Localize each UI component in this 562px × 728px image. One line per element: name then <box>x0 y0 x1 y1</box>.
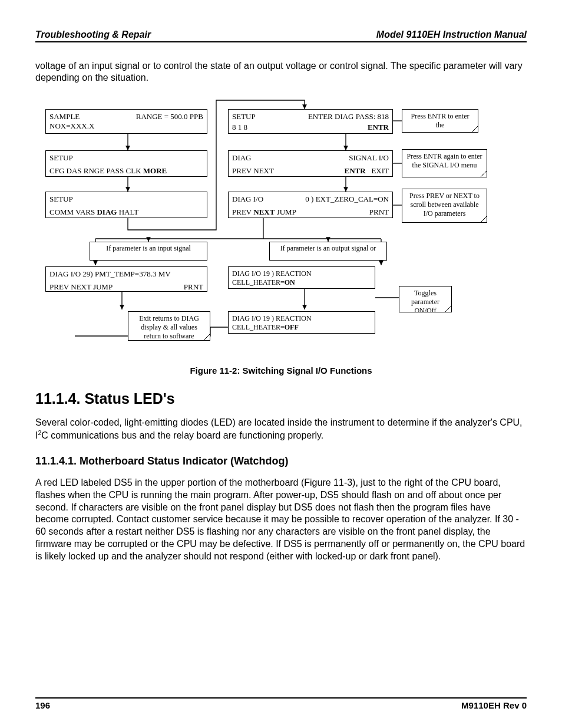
section-heading: 11.1.4. Status LED's <box>35 390 527 407</box>
s6d: NEXT <box>253 207 275 216</box>
d1: If parameter is an input signal <box>106 244 191 252</box>
section-paragraph: Several color-coded, light-emitting diod… <box>35 417 527 442</box>
subsection-heading: 11.1.4.1. Motherboard Status Indicator (… <box>35 455 527 467</box>
note-entr: Press ENTR to enter the <box>402 109 478 133</box>
s4d: ENTR <box>368 123 389 132</box>
s4c: 8 1 8 <box>232 123 247 132</box>
decision-input: If parameter is an input signal <box>90 242 207 261</box>
d2: If parameter is an output signal or <box>280 244 376 252</box>
doc-rev: M9110EH Rev 0 <box>461 700 527 710</box>
screen-setup1: SETUP CFG DAS RNGE PASS CLK MORE <box>45 150 207 177</box>
subsection-paragraph: A red LED labeled DS5 in the upper porti… <box>35 477 527 563</box>
screen-diag-io-0: DIAG I/O0 ) EXT_ZERO_CAL=ON PREV NEXT JU… <box>228 192 393 218</box>
s9b: CELL_HEATER= <box>232 323 285 331</box>
flow-diagram: SAMPLERANGE = 500.0 PPB NOX=XXX.X SETUP … <box>39 94 523 348</box>
header-left: Troubleshooting & Repair <box>35 29 151 40</box>
s2c: MORE <box>143 166 167 175</box>
s3a: SETUP <box>49 195 203 204</box>
s4b: ENTER DIAG PASS: 818 <box>308 112 389 121</box>
screen-setup2: SETUP COMM VARS DIAG HALT <box>45 192 207 218</box>
s6b: 0 ) EXT_ZERO_CAL=ON <box>305 195 389 204</box>
s2a: SETUP <box>49 153 203 163</box>
screen-sample: SAMPLERANGE = 500.0 PPB NOX=XXX.X <box>45 109 207 134</box>
s6c: PREV <box>232 207 252 216</box>
s7c: PRNT <box>184 282 203 292</box>
s3c: DIAG <box>97 207 117 216</box>
screen-heater-on: DIAG I/O 19 ) REACTION CELL_HEATER=ON <box>228 266 375 289</box>
s7b: PREV NEXT JUMP <box>49 282 113 292</box>
s3d: HALT <box>119 207 138 216</box>
s6a: DIAG I/O <box>232 195 263 204</box>
figure-caption: Figure 11-2: Switching Signal I/O Functi… <box>35 365 527 375</box>
s2b: CFG DAS RNGE PASS CLK <box>49 166 141 175</box>
s7a: DIAG I/O 29) PMT_TEMP=378.3 MV <box>49 269 203 279</box>
s4a: SETUP <box>232 112 256 121</box>
header-right: Model 9110EH Instruction Manual <box>376 29 527 40</box>
s5c: PREV NEXT <box>232 166 274 176</box>
s9a: DIAG I/O 19 ) REACTION <box>232 314 371 323</box>
s9c: OFF <box>285 323 299 331</box>
s6e: JUMP <box>277 207 296 216</box>
s3b: COMM VARS <box>49 207 95 216</box>
note-toggle: Toggles parameter ON/Off <box>399 286 452 312</box>
s8a: DIAG I/O 19 ) REACTION <box>232 269 371 278</box>
screen-pass: SETUPENTER DIAG PASS: 818 8 1 8ENTR <box>228 109 393 134</box>
intro-paragraph: voltage of an input signal or to control… <box>35 60 527 84</box>
page-footer: 196 M9110EH Rev 0 <box>35 697 527 710</box>
note-exit: Exit returns to DIAG display & all value… <box>128 311 210 341</box>
s8c: ON <box>285 278 295 286</box>
s6f: PRNT <box>369 207 389 217</box>
s5a: DIAG <box>232 153 252 163</box>
page-number: 196 <box>35 700 50 710</box>
s5b: SIGNAL I/O <box>349 153 389 163</box>
s1b: RANGE = 500.0 PPB <box>136 112 203 121</box>
s8b: CELL_HEATER= <box>232 278 285 286</box>
page-header: Troubleshooting & Repair Model 9110EH In… <box>35 29 527 42</box>
decision-output: If parameter is an output signal or <box>269 242 387 261</box>
note-scroll: Press PREV or NEXT to scroll between ava… <box>402 189 487 223</box>
note-entr-again: Press ENTR again to enter the SIGNAL I/O… <box>402 149 487 177</box>
screen-heater-off: DIAG I/O 19 ) REACTION CELL_HEATER=OFF <box>228 311 375 334</box>
s1a: SAMPLE <box>49 112 80 121</box>
s5d: ENTR <box>345 166 366 175</box>
screen-diag-signal: DIAGSIGNAL I/O PREV NEXTENTR EXIT <box>228 150 393 177</box>
s5e: EXIT <box>371 166 389 175</box>
s1c: NOX=XXX.X <box>49 121 203 131</box>
screen-pmt-temp: DIAG I/O 29) PMT_TEMP=378.3 MV PREV NEXT… <box>45 266 207 292</box>
